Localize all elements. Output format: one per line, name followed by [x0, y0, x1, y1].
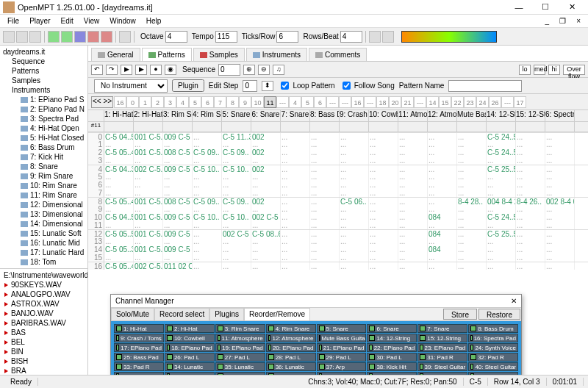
tree-instrument[interactable]: 6: Bass Drum — [1, 143, 86, 152]
tool-icon-2[interactable] — [382, 31, 394, 43]
tree-instrument[interactable]: 12: Dimensional — [1, 200, 86, 209]
channel-slot[interactable]: 31: Pad R — [417, 353, 467, 362]
channel-slot[interactable]: 45: Brass Swell — [317, 372, 367, 375]
tempo-input[interactable] — [215, 31, 237, 43]
wav-item[interactable]: BANJO.WAV — [1, 309, 86, 318]
menu-item-view[interactable]: View — [79, 17, 104, 25]
menu-item-help[interactable]: Help — [142, 17, 166, 25]
pattern-row[interactable]: 3.......................................… — [88, 157, 588, 165]
follow-song-check[interactable]: Follow Song — [340, 79, 395, 92]
midi-icon[interactable] — [119, 31, 131, 43]
order-cell[interactable]: 22 — [451, 96, 464, 108]
order-cell[interactable]: --- — [414, 96, 426, 108]
order-cell[interactable]: --- — [364, 96, 376, 108]
channel-slot[interactable]: 30: Pad L — [367, 353, 417, 362]
order-cell[interactable]: 20 — [389, 96, 401, 108]
pattern-row[interactable]: 9.......................................… — [88, 205, 588, 213]
wav-item[interactable]: BRA — [1, 366, 86, 375]
play-sample-icon[interactable] — [4, 292, 8, 297]
tree-instrument[interactable]: 14: Dimensional — [1, 219, 86, 229]
channel-slot[interactable]: 28: Pad L — [266, 353, 316, 362]
pattern-row[interactable]: 6.......................................… — [88, 181, 588, 189]
tree-instrument[interactable]: 11: Rim Snare — [1, 190, 86, 200]
play-seq-button[interactable]: ▶ — [121, 65, 132, 75]
instrument-select[interactable]: No Instrument — [94, 79, 168, 93]
order-cell[interactable]: 8 — [226, 96, 239, 108]
channel-slot[interactable]: 47: Brass Swell — [417, 372, 467, 375]
chmgr-tab-solo[interactable]: Solo/Mute — [111, 308, 154, 320]
order-cell[interactable]: 10 — [251, 96, 264, 108]
channel-slot[interactable]: 5: Snare — [317, 324, 367, 333]
restore-button[interactable]: Restore — [478, 309, 520, 320]
shrink-button[interactable]: ⊖ — [258, 65, 270, 75]
tree-instrument[interactable]: 17: Lunatic Hard — [1, 248, 86, 257]
order-cell[interactable]: --- — [326, 96, 339, 108]
order-cell[interactable]: 6 — [201, 96, 214, 108]
order-cell[interactable]: 23 — [464, 96, 476, 108]
pattern-row[interactable]: 0C-5 04..54001 C-5..50009 C-5 11..32...C… — [88, 132, 588, 140]
mdi-minimize-button[interactable]: _ — [541, 17, 554, 25]
channel-slot[interactable]: 1: Hi-Hat — [114, 324, 164, 333]
expand-button[interactable]: ⊕ — [243, 65, 255, 75]
pattern-row[interactable]: 14C-5 05..32001 C-5..32009 C-5 10.......… — [88, 245, 588, 254]
channel-slot[interactable]: 8: Bass Drum — [468, 324, 518, 333]
order-cell[interactable]: --- — [501, 96, 514, 108]
play-sample-icon[interactable] — [4, 312, 8, 316]
project-tree[interactable]: daydreams.it Sequence Patterns Samples I… — [0, 46, 87, 268]
chord-button[interactable]: ♫ — [273, 65, 284, 75]
ticks-input[interactable] — [276, 31, 298, 43]
channel-grid[interactable]: 1: Hi-Hat2: Hi-Hat3: Rim Snare4: Rim Sna… — [111, 321, 521, 375]
channel-header-cell[interactable]: 5: Snare — [222, 110, 251, 121]
play-row-button[interactable]: ▶ — [135, 65, 147, 75]
channel-slot[interactable]: 19: EPiano Pad — [215, 343, 265, 352]
pattern-row[interactable]: 7.......................................… — [88, 189, 588, 197]
pattern-name-input[interactable] — [448, 80, 522, 92]
play-sample-icon[interactable] — [4, 321, 8, 326]
detail-lo[interactable]: lo — [519, 65, 531, 75]
wav-item[interactable]: BEL — [1, 337, 86, 347]
rpb-input[interactable] — [340, 31, 362, 43]
tree-root[interactable]: daydreams.it — [1, 47, 86, 57]
tab-patterns[interactable]: Patterns — [142, 48, 192, 61]
channel-slot[interactable]: 11: Atmosphere — [215, 334, 265, 342]
channel-slot[interactable]: 7: Snare — [417, 324, 467, 333]
record-seq-button[interactable]: ● — [150, 65, 162, 75]
pattern-rows[interactable]: 0C-5 04..54001 C-5..50009 C-5 11..32...C… — [88, 132, 588, 270]
play-pattern-icon[interactable] — [61, 31, 73, 43]
order-cell[interactable]: 7 — [214, 96, 226, 108]
order-cell[interactable]: 6 — [314, 96, 326, 108]
chmgr-tab-record[interactable]: Record select — [154, 308, 209, 320]
channel-slot[interactable]: 22: EPiano Pad — [367, 343, 417, 352]
tree-folder-instruments[interactable]: Instruments — [1, 85, 86, 95]
order-cell[interactable]: 4 — [289, 96, 301, 108]
channel-slot[interactable]: 21: EPiano Pad — [317, 343, 367, 352]
order-list[interactable]: << >> 1601234567891011---456------16---1… — [88, 94, 588, 110]
channel-slot[interactable]: 12: Atmosphere — [266, 334, 316, 342]
channel-header-cell[interactable]: 2: Hi-Hat — [134, 110, 163, 121]
channel-slot[interactable]: 17: EPiano Pad — [114, 343, 164, 352]
close-button[interactable]: ✕ — [559, 2, 585, 12]
tree-instrument[interactable]: 10: Rim Snare — [1, 181, 86, 190]
channel-slot[interactable]: 38: Kick Hit — [367, 362, 417, 371]
tree-instrument[interactable]: 4: Hi-Hat Open — [1, 123, 86, 133]
channel-slot[interactable]: 24: Synth Voice — [468, 343, 518, 352]
tree-instrument[interactable]: 18: Tom — [1, 257, 86, 267]
maximize-button[interactable]: ☐ — [532, 2, 559, 12]
channel-slot[interactable]: 43: Bell — [215, 372, 265, 375]
seq-input[interactable] — [218, 64, 240, 76]
channel-header-cell[interactable]: 6: Snare — [251, 110, 281, 121]
open-icon[interactable] — [16, 31, 28, 43]
channel-header-cell[interactable]: 14: 12-String — [487, 110, 516, 121]
order-cell[interactable]: 16 — [114, 96, 126, 108]
tree-instrument[interactable]: 3: Spectra Pad — [1, 114, 86, 123]
play-sample-icon[interactable] — [4, 302, 8, 306]
order-cell[interactable]: 3 — [164, 96, 176, 108]
menu-item-player[interactable]: Player — [25, 17, 54, 25]
tab-general[interactable]: General — [91, 48, 140, 61]
mute-button[interactable]: ◉ — [165, 65, 176, 75]
order-cell[interactable]: 5 — [301, 96, 314, 108]
pattern-row[interactable]: 15......................................… — [88, 254, 588, 262]
wav-item[interactable]: BISH — [1, 356, 86, 366]
order-cell[interactable]: 16 — [351, 96, 364, 108]
channel-header-cell[interactable]: 8: Bass Drum — [310, 110, 340, 121]
